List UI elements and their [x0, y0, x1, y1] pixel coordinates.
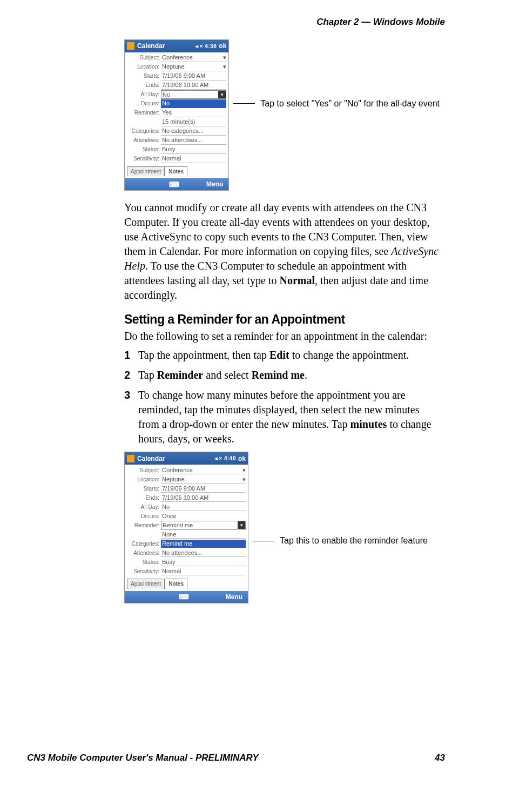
screenshot-1: Calendar ◄× 4:38 ok Subject:Conference▾ …	[124, 39, 229, 191]
footer-title: CN3 Mobile Computer User's Manual - PREL…	[27, 752, 259, 764]
callout-line	[253, 541, 274, 541]
dropdown-icon[interactable]: ▾	[238, 521, 245, 529]
step-2-body: Tap Reminder and select Remind me.	[138, 368, 440, 382]
paragraph-1: You cannot modify or create all day even…	[124, 200, 440, 303]
step-3-number: 3	[124, 388, 138, 446]
step-2-number: 2	[124, 368, 138, 382]
allday-field[interactable]: No	[161, 503, 246, 512]
dropdown-icon[interactable]: ▾	[218, 91, 226, 98]
step-3: 3 To change how many minutes before the …	[124, 388, 440, 446]
ss1-tabs: Appointment Notes	[127, 166, 226, 177]
ends-field[interactable]: 7/19/06 10:00 AM	[161, 494, 246, 502]
paragraph-2: Do the following to set a reminder for a…	[124, 329, 440, 344]
fig2-callout: Tap this to enable the reminder feature	[253, 535, 428, 547]
reminder-option-none[interactable]: None	[161, 531, 246, 539]
starts-field[interactable]: 7/19/06 9:00 AM	[161, 485, 246, 493]
tab-appointment[interactable]: Appointment	[127, 579, 165, 589]
ss2-title: Calendar	[137, 454, 213, 463]
figure-1: Calendar ◄× 4:38 ok Subject:Conference▾ …	[124, 39, 440, 191]
ss2-softkeys: ⌨ Menu	[125, 591, 248, 603]
subject-field[interactable]: Conference▾	[161, 466, 246, 475]
tab-notes[interactable]: Notes	[165, 579, 187, 589]
windows-flag-icon	[127, 42, 134, 50]
keyboard-icon[interactable]: ⌨	[178, 592, 189, 602]
occurs-field[interactable]: Once	[161, 512, 246, 521]
page-header: Chapter 2 — Windows Mobile	[27, 16, 445, 29]
sensitivity-field[interactable]: Normal	[161, 567, 246, 576]
page-footer: CN3 Mobile Computer User's Manual - PREL…	[27, 752, 445, 764]
chapter-title: Chapter 2 — Windows Mobile	[316, 17, 445, 27]
ends-field[interactable]: 7/19/06 10:00 AM	[161, 81, 226, 90]
attendees-field[interactable]: No attendees...	[161, 136, 226, 145]
chevron-down-icon[interactable]: ▾	[223, 63, 226, 71]
fig1-callout: Tap to select "Yes" or "No" for the all-…	[233, 98, 440, 110]
chevron-down-icon[interactable]: ▾	[223, 53, 226, 62]
ss2-tabs: Appointment Notes	[127, 579, 246, 589]
figure-2: Calendar ◄× 4:40 ok Subject:Conference▾ …	[124, 452, 440, 603]
step-1-body: Tap the appointment, then tap Edit to ch…	[138, 348, 440, 363]
fig2-callout-text: Tap this to enable the reminder feature	[280, 535, 428, 547]
keyboard-icon[interactable]: ⌨	[168, 180, 179, 190]
windows-flag-icon	[127, 455, 134, 462]
allday-option-no[interactable]: No	[161, 99, 226, 108]
step-3-body: To change how many minutes before the ap…	[138, 388, 440, 446]
ss1-status: ◄× 4:38	[194, 43, 217, 50]
status-field[interactable]: Busy	[161, 145, 226, 154]
allday-option-yes[interactable]: Yes	[161, 109, 226, 117]
subject-field[interactable]: Conference▾	[161, 53, 226, 62]
menu-softkey[interactable]: Menu	[189, 593, 248, 601]
callout-line	[233, 103, 255, 104]
ss2-body: Subject:Conference▾ Location:Neptune▾ St…	[125, 465, 248, 591]
ok-button[interactable]: ok	[238, 454, 246, 463]
page-number: 43	[435, 752, 445, 764]
location-field[interactable]: Neptune▾	[161, 475, 246, 484]
screenshot-2: Calendar ◄× 4:40 ok Subject:Conference▾ …	[124, 452, 248, 603]
sensitivity-field[interactable]: Normal	[161, 155, 226, 163]
ss1-body: Subject:Conference▾ Location:Neptune▾ St…	[125, 52, 228, 179]
attendees-field[interactable]: No attendees...	[161, 549, 246, 558]
tab-notes[interactable]: Notes	[165, 166, 187, 177]
menu-softkey[interactable]: Menu	[179, 180, 228, 189]
step-1-number: 1	[124, 348, 138, 363]
heading-setting-reminder: Setting a Reminder for an Appointment	[124, 311, 440, 328]
step-2: 2 Tap Reminder and select Remind me.	[124, 368, 440, 382]
ss2-status: ◄× 4:40	[213, 455, 236, 462]
allday-field[interactable]: No▾	[161, 90, 226, 99]
starts-field[interactable]: 7/19/06 9:00 AM	[161, 72, 226, 80]
bold-normal: Normal	[280, 274, 315, 286]
fig1-callout-text: Tap to select "Yes" or "No" for the all-…	[260, 98, 440, 110]
location-field[interactable]: Neptune▾	[161, 63, 226, 71]
content-column: Calendar ◄× 4:38 ok Subject:Conference▾ …	[124, 39, 440, 603]
reminder-field[interactable]: Remind me▾	[161, 521, 246, 530]
step-1: 1 Tap the appointment, then tap Edit to …	[124, 348, 440, 363]
chevron-down-icon[interactable]: ▾	[242, 466, 246, 474]
ok-button[interactable]: ok	[219, 42, 226, 50]
reminder-field[interactable]: 15 minute(s)	[161, 118, 226, 126]
tab-appointment[interactable]: Appointment	[127, 166, 165, 177]
categories-field[interactable]: No categories...	[161, 127, 226, 136]
ss1-softkeys: ⌨ Menu	[125, 178, 228, 190]
ss1-titlebar: Calendar ◄× 4:38 ok	[125, 40, 228, 52]
chevron-down-icon[interactable]: ▾	[242, 475, 246, 484]
ss2-titlebar: Calendar ◄× 4:40 ok	[125, 452, 248, 465]
reminder-option-remind-me[interactable]: Remind me	[161, 540, 246, 548]
ss1-title: Calendar	[137, 42, 194, 50]
status-field[interactable]: Busy	[161, 558, 246, 567]
